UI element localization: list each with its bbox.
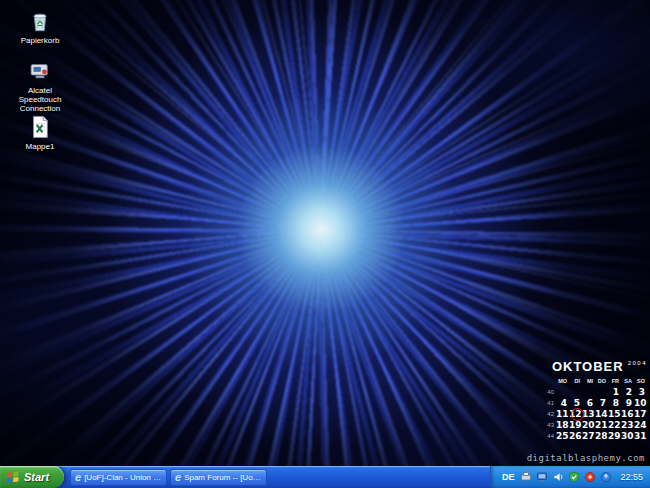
taskbar-window-title: Spam Forum -- [UoF]-...: [184, 473, 262, 482]
calendar-week-number: 44: [543, 431, 556, 442]
calendar-day-header: DO: [595, 376, 608, 387]
calendar-widget: OKTOBER 2004 MO DI MI DO FR SA SO 40 1 2…: [541, 359, 647, 442]
shield-icon[interactable]: [568, 471, 580, 483]
calendar-day: 11: [556, 409, 569, 420]
calendar-week-number: 43: [543, 420, 556, 431]
internet-explorer-icon: e: [175, 472, 181, 483]
dialup-connection-icon: [27, 58, 53, 84]
calendar-day: 4: [556, 398, 569, 409]
calendar-day: 17: [634, 409, 647, 420]
calendar-day-header: MI: [582, 376, 595, 387]
messenger-icon[interactable]: [584, 471, 596, 483]
calendar-week-number: 40: [543, 387, 556, 398]
calendar-day: 9: [621, 398, 634, 409]
calendar-day: 3: [634, 387, 647, 398]
calendar-day: 20: [582, 420, 595, 431]
calendar-grid: MO DI MI DO FR SA SO 40 1 2 3 41 4 5 6 7: [541, 376, 647, 442]
calendar-day-header: DI: [569, 376, 582, 387]
calendar-day: [582, 387, 595, 398]
taskbar-window-button-spam-forum[interactable]: e Spam Forum -- [UoF]-...: [170, 469, 267, 486]
calendar-day: 29: [608, 431, 621, 442]
calendar-day: 31: [634, 431, 647, 442]
calendar-day: 18: [556, 420, 569, 431]
calendar-day-header: MO: [556, 376, 569, 387]
calendar-month: OKTOBER: [552, 359, 624, 374]
calendar-day: 10: [634, 398, 647, 409]
desktop-icon-alcatel-connection[interactable]: Alcatel Speedtouch Connection: [6, 58, 74, 113]
calendar-week-number: 42: [543, 409, 556, 420]
update-icon[interactable]: [600, 471, 612, 483]
taskbar-window-title: [UoF]-Clan - Union of...: [84, 473, 162, 482]
calendar-day-header: SO: [634, 376, 647, 387]
system-tray: DE: [490, 466, 650, 488]
desktop-icon-label: Mappe1: [6, 142, 74, 151]
screen: Papierkorb Alcatel Speedtouch Connection…: [0, 0, 650, 488]
taskbar: Start e [UoF]-Clan - Union of... e Spam …: [0, 466, 650, 488]
recycle-bin-icon: [27, 8, 53, 34]
internet-explorer-icon: e: [75, 472, 81, 483]
calendar-day: 21: [595, 420, 608, 431]
calendar-day: 27: [582, 431, 595, 442]
taskbar-window-button-uof-clan[interactable]: e [UoF]-Clan - Union of...: [70, 469, 167, 486]
calendar-day-header: FR: [608, 376, 621, 387]
calendar-day: 6: [582, 398, 595, 409]
calendar-day: [569, 387, 582, 398]
desktop[interactable]: Papierkorb Alcatel Speedtouch Connection…: [0, 0, 650, 466]
language-indicator[interactable]: DE: [500, 471, 517, 483]
calendar-day: 28: [595, 431, 608, 442]
calendar-day: 19: [569, 420, 582, 431]
calendar-day: [556, 387, 569, 398]
calendar-title: OKTOBER 2004: [541, 359, 647, 374]
calendar-day: 8: [608, 398, 621, 409]
calendar-day: 24: [634, 420, 647, 431]
wallpaper-credit: digitalblasphemy.com: [527, 453, 645, 463]
calendar-day: 25: [556, 431, 569, 442]
excel-workbook-icon: [27, 114, 53, 140]
calendar-day: 26: [569, 431, 582, 442]
desktop-icon-excel-workbook[interactable]: Mappe1: [6, 114, 74, 151]
calendar-day-header: SA: [621, 376, 634, 387]
desktop-icon-label: Alcatel Speedtouch Connection: [6, 86, 74, 113]
calendar-day: 7: [595, 398, 608, 409]
calendar-day: 23: [621, 420, 634, 431]
clock[interactable]: 22:55: [620, 472, 643, 482]
calendar-day: 1: [608, 387, 621, 398]
display-icon[interactable]: [536, 471, 548, 483]
calendar-day: 2: [621, 387, 634, 398]
calendar-day: 22: [608, 420, 621, 431]
calendar-day: [595, 387, 608, 398]
desktop-icon-label: Papierkorb: [6, 36, 74, 45]
calendar-day-today: 12: [569, 409, 582, 420]
printer-icon[interactable]: [520, 471, 532, 483]
calendar-day: 15: [608, 409, 621, 420]
start-label: Start: [24, 471, 49, 483]
desktop-icon-recycle-bin[interactable]: Papierkorb: [6, 8, 74, 45]
calendar-day: 14: [595, 409, 608, 420]
calendar-day: 30: [621, 431, 634, 442]
windows-logo-icon: [6, 470, 20, 484]
start-button[interactable]: Start: [0, 466, 64, 488]
volume-icon[interactable]: [552, 471, 564, 483]
calendar-week-number: 41: [543, 398, 556, 409]
calendar-year: 2004: [628, 360, 647, 366]
calendar-day: 16: [621, 409, 634, 420]
taskbar-window-buttons: e [UoF]-Clan - Union of... e Spam Forum …: [70, 469, 267, 486]
